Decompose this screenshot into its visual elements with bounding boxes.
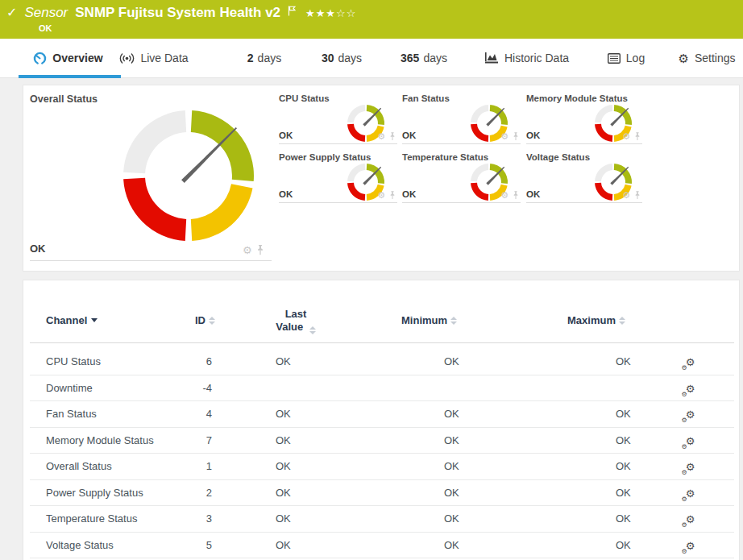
channel-name-link[interactable]: Temperature Status xyxy=(46,506,137,533)
channel-table-panel: Channel ID Last Value Minimum Maximum xyxy=(23,280,740,560)
memory-module-status-gauge[interactable] xyxy=(587,97,639,152)
priority-stars[interactable]: ★★★☆☆ xyxy=(305,7,356,19)
sort-arrows-icon xyxy=(450,317,457,325)
gauge-settings-gear-icon[interactable]: ⚙ xyxy=(243,245,252,255)
column-header-label: Channel xyxy=(46,314,87,326)
gauge-cell-memory-module-status: Memory Module Status OK ⚙ xyxy=(526,91,642,144)
table-row: Temperature Status 3 OK OK OK ⚙⚙ xyxy=(23,506,739,533)
status-check-icon: ✓ xyxy=(6,6,17,19)
tab-30-days[interactable]: 30 days xyxy=(314,39,369,77)
priority-flag-icon[interactable] xyxy=(288,6,297,16)
gauge-actions: ⚙ xyxy=(500,132,519,141)
gauge-title: CPU Status xyxy=(279,93,330,103)
table-row: Downtime -4 ⚙⚙ xyxy=(23,375,739,402)
column-header-channel[interactable]: Channel xyxy=(46,314,98,326)
tab-number: 30 xyxy=(322,52,334,64)
gauge-pin-icon[interactable] xyxy=(513,191,519,200)
channel-name-link[interactable]: Fan Status xyxy=(46,401,97,428)
channel-name-link[interactable]: Voltage Status xyxy=(46,533,114,559)
channel-id: 3 xyxy=(168,506,212,533)
gauge-settings-gear-icon[interactable]: ⚙ xyxy=(500,132,508,141)
gauge-settings-gear-icon[interactable]: ⚙ xyxy=(622,132,630,141)
gauge-value: OK xyxy=(526,131,540,140)
tab-label: Historic Data xyxy=(504,52,569,64)
channel-id: 1 xyxy=(168,454,212,480)
sort-arrows-icon xyxy=(309,326,316,334)
table-header-row: Channel ID Last Value Minimum Maximum xyxy=(23,306,739,343)
gauge-cell-temperature-status: Temperature Status OK ⚙ xyxy=(402,150,521,203)
gauge-pin-icon[interactable] xyxy=(634,132,641,141)
temperature-status-gauge[interactable] xyxy=(463,156,515,211)
channel-settings-gears-icon[interactable]: ⚙⚙ xyxy=(672,506,704,533)
tab-settings[interactable]: ⚙ Settings xyxy=(675,39,738,77)
gauge-pin-icon[interactable] xyxy=(634,191,641,200)
gauge-value: OK xyxy=(279,131,293,140)
channel-name-link[interactable]: Memory Module Status xyxy=(46,428,154,454)
gauge-value: OK xyxy=(279,189,293,199)
tab-365-days[interactable]: 365 days xyxy=(392,39,456,77)
gauge-title: Voltage Status xyxy=(526,152,590,162)
overall-gauge-title: Overall Status xyxy=(30,93,98,105)
tab-overview[interactable]: Overview xyxy=(19,39,118,77)
gauge-settings-gear-icon[interactable]: ⚙ xyxy=(377,191,385,200)
cpu-status-gauge[interactable] xyxy=(340,97,392,152)
channel-maximum: OK xyxy=(616,428,631,454)
channel-settings-gears-icon[interactable]: ⚙⚙ xyxy=(672,480,704,507)
channel-settings-gears-icon[interactable]: ⚙⚙ xyxy=(672,533,704,559)
gauge-cell-voltage-status: Voltage Status OK ⚙ xyxy=(526,150,642,203)
table-row: Power Supply Status 2 OK OK OK ⚙⚙ xyxy=(23,480,739,507)
sensor-title: SNMP Fujitsu System Health v2 xyxy=(75,5,280,21)
overview-gauges-panel: Overall Status OK ⚙ CPU Status OK ⚙ Fan … xyxy=(23,85,740,272)
channel-maximum: OK xyxy=(616,454,631,480)
gauge-pin-icon[interactable] xyxy=(513,132,519,141)
column-header-minimum[interactable]: Minimum xyxy=(401,314,457,326)
channel-settings-gears-icon[interactable]: ⚙⚙ xyxy=(672,428,704,454)
sort-caret-icon xyxy=(91,318,98,322)
gauge-settings-gear-icon[interactable]: ⚙ xyxy=(377,132,385,141)
channel-name-link[interactable]: Power Supply Status xyxy=(46,480,143,507)
channel-last-value: OK xyxy=(276,454,291,480)
column-header-label: Maximum xyxy=(567,314,616,326)
channel-name-link[interactable]: Downtime xyxy=(46,375,93,402)
object-type-label: Sensor xyxy=(24,5,68,21)
gauge-pin-icon[interactable] xyxy=(389,191,396,200)
gauge-cell-cpu-status: CPU Status OK ⚙ xyxy=(279,91,397,144)
sort-arrows-icon xyxy=(209,317,215,325)
table-row: Memory Module Status 7 OK OK OK ⚙⚙ xyxy=(23,428,739,454)
gauge-settings-gear-icon[interactable]: ⚙ xyxy=(622,191,630,200)
live-signal-icon xyxy=(119,52,135,64)
gauge-pin-icon[interactable] xyxy=(256,245,264,255)
gauge-settings-gear-icon[interactable]: ⚙ xyxy=(500,191,508,200)
channel-id: 6 xyxy=(168,349,212,375)
active-tab-underline xyxy=(19,75,121,78)
tab-log[interactable]: Log xyxy=(603,39,650,77)
channel-settings-gears-icon[interactable]: ⚙⚙ xyxy=(672,349,704,375)
column-header-id[interactable]: ID xyxy=(195,314,215,326)
column-header-last-value[interactable]: Last Value xyxy=(270,308,322,334)
gauge-pin-icon[interactable] xyxy=(389,132,396,141)
log-list-icon xyxy=(608,53,621,64)
table-row: CPU Status 6 OK OK OK ⚙⚙ xyxy=(23,349,739,375)
tab-label: days xyxy=(338,52,363,64)
overall-status-gauge[interactable] xyxy=(116,103,261,251)
channel-maximum: OK xyxy=(616,401,631,428)
tab-2-days[interactable]: 2 days xyxy=(240,39,288,77)
channel-name-link[interactable]: Overall Status xyxy=(46,454,112,480)
channel-id: 7 xyxy=(168,428,212,454)
channel-minimum: OK xyxy=(444,349,459,375)
fan-status-gauge[interactable] xyxy=(463,97,515,152)
gauge-actions: ⚙ xyxy=(377,132,396,141)
channel-settings-gears-icon[interactable]: ⚙⚙ xyxy=(672,401,704,428)
historic-chart-icon xyxy=(485,52,499,64)
tab-number: 2 xyxy=(247,52,254,64)
channel-id: 5 xyxy=(168,533,212,559)
tab-historic-data[interactable]: Historic Data xyxy=(477,39,577,77)
channel-name-link[interactable]: CPU Status xyxy=(46,349,101,375)
power-supply-status-gauge[interactable] xyxy=(340,156,392,211)
channel-settings-gears-icon[interactable]: ⚙⚙ xyxy=(672,375,704,402)
channel-settings-gears-icon[interactable]: ⚙⚙ xyxy=(672,454,704,480)
voltage-status-gauge[interactable] xyxy=(587,156,639,211)
tab-label: Settings xyxy=(695,52,736,64)
column-header-maximum[interactable]: Maximum xyxy=(567,314,625,326)
tab-live-data[interactable]: Live Data xyxy=(118,39,190,77)
